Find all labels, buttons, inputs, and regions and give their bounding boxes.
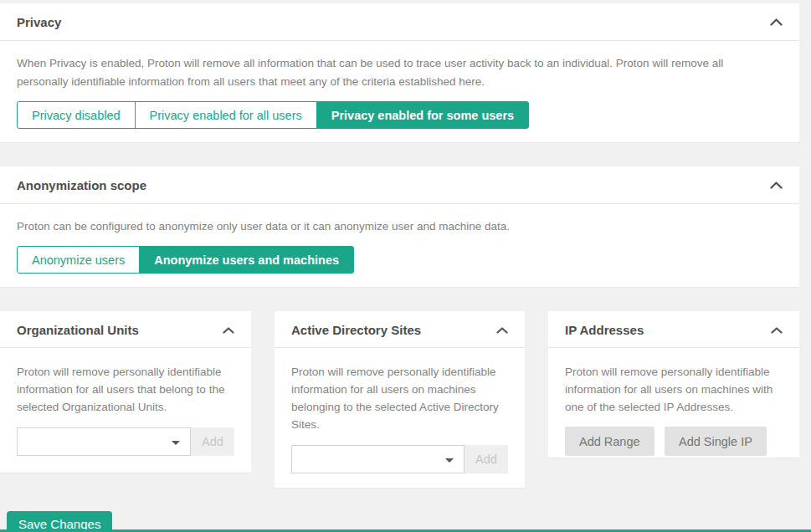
chevron-up-icon[interactable] [770,18,783,26]
privacy-panel: Privacy When Privacy is enabled, Proton … [0,3,799,143]
ip-addresses-header[interactable]: IP Addresses [548,311,799,348]
organizational-units-dropdown[interactable] [17,427,191,456]
privacy-enabled-all-users-button[interactable]: Privacy enabled for all users [135,101,317,129]
organizational-units-title: Organizational Units [17,323,139,337]
privacy-description: When Privacy is enabled, Proton will rem… [17,54,757,91]
anonymization-scope-panel: Anonymization scope Proton can be config… [0,166,799,288]
ip-addresses-description: Proton will remove personally identifiab… [565,363,783,416]
chevron-up-icon[interactable] [496,327,508,334]
active-directory-sites-title: Active Directory Sites [291,323,421,337]
privacy-mode-button-group: Privacy disabled Privacy enabled for all… [17,101,529,129]
criteria-cards-row: Organizational Units Proton will remove … [0,311,799,489]
active-directory-sites-card: Active Directory Sites Proton will remov… [275,311,525,489]
privacy-disabled-button[interactable]: Privacy disabled [17,101,136,129]
active-directory-sites-dropdown[interactable] [291,445,465,473]
caret-down-icon [172,441,180,445]
privacy-panel-header[interactable]: Privacy [0,3,799,41]
anonymization-scope-title: Anonymization scope [17,178,146,192]
anonymization-scope-header[interactable]: Anonymization scope [0,166,799,204]
anonymization-scope-description: Proton can be configured to anonymize on… [17,217,783,236]
chevron-up-icon[interactable] [770,182,783,189]
caret-down-icon [445,458,454,463]
organizational-units-card: Organizational Units Proton will remove … [0,311,251,473]
active-directory-sites-body: Proton will remove personally identifiab… [275,348,525,490]
chevron-up-icon[interactable] [223,327,234,334]
privacy-panel-body: When Privacy is enabled, Proton will rem… [0,41,799,142]
anonymize-users-and-machines-button[interactable]: Anonymize users and machines [139,246,354,274]
active-directory-sites-add-button[interactable]: Add [465,445,508,473]
ip-addresses-title: IP Addresses [565,323,644,337]
add-range-button[interactable]: Add Range [565,427,654,456]
ip-addresses-body: Proton will remove personally identifiab… [548,348,799,473]
organizational-units-header[interactable]: Organizational Units [0,311,251,348]
privacy-panel-title: Privacy [17,15,61,29]
anonymize-users-button[interactable]: Anonymize users [17,246,140,274]
organizational-units-description: Proton will remove personally identifiab… [17,363,234,416]
anonymization-scope-body: Proton can be configured to anonymize on… [0,204,799,287]
privacy-settings-page: Privacy When Privacy is enabled, Proton … [0,3,811,532]
active-directory-sites-select-row: Add [291,445,508,473]
add-single-ip-button[interactable]: Add Single IP [665,427,767,456]
anonymization-scope-button-group: Anonymize users Anonymize users and mach… [17,246,354,274]
ip-addresses-card: IP Addresses Proton will remove personal… [548,311,799,458]
active-directory-sites-header[interactable]: Active Directory Sites [275,311,525,348]
privacy-enabled-some-users-button[interactable]: Privacy enabled for some users [316,101,529,129]
ip-addresses-buttons-row: Add Range Add Single IP [565,427,783,456]
organizational-units-body: Proton will remove personally identifiab… [0,348,251,473]
active-directory-sites-description: Proton will remove personally identifiab… [291,363,508,433]
chevron-up-icon[interactable] [771,327,783,334]
organizational-units-select-row: Add [17,427,234,456]
organizational-units-add-button[interactable]: Add [191,427,234,456]
